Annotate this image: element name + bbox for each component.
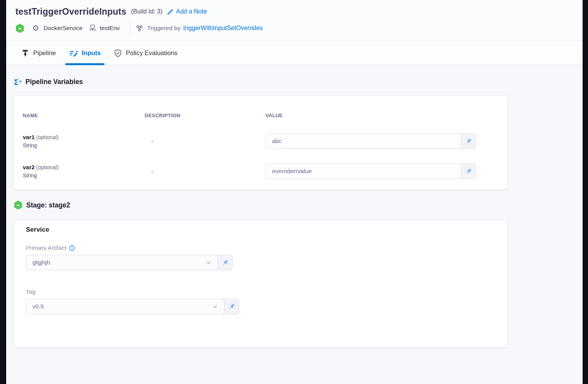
pin-button[interactable]	[218, 255, 232, 270]
primary-artifact-label-row: Primary Artifact	[26, 244, 507, 251]
meta-row: ∞ ⚙ DockerService testEnv Triggered by t…	[15, 22, 583, 34]
pin-button[interactable]	[461, 164, 476, 179]
section-title: Stage: stage2	[26, 201, 70, 209]
build-id-label: (Build Id: 3)	[131, 8, 162, 15]
variable-type: String	[23, 172, 145, 179]
variable-optional-label: (optional)	[36, 134, 59, 140]
pipeline-variables-icon: Σ×	[14, 78, 22, 86]
variable-description: -	[145, 138, 265, 145]
pin-button[interactable]	[225, 299, 239, 314]
add-note-button[interactable]: Add a Note	[167, 8, 207, 15]
pushpin-icon	[465, 138, 472, 145]
variable-type: String	[23, 142, 145, 148]
chevron-down-icon	[206, 260, 211, 266]
tab-bar: Pipeline Inputs Policy Evaluations	[6, 41, 583, 65]
tag-label-row: Tag	[26, 288, 507, 295]
pencil-icon	[167, 8, 174, 15]
variable-name-cell: var1 (optional) String	[23, 134, 145, 148]
svg-text:∞: ∞	[17, 203, 20, 207]
primary-artifact-select[interactable]: gfgjhjh	[26, 255, 218, 270]
gear-icon: ⚙	[32, 24, 39, 32]
tag-label: Tag	[26, 288, 35, 295]
trigger-link[interactable]: triggerWithInputSetOverrides	[183, 25, 263, 32]
screen: testTriggerOverrideInputs (Build Id: 3) …	[0, 0, 588, 384]
table-row: var2 (optional) String - overridenValue	[23, 163, 475, 179]
page-header: testTriggerOverrideInputs (Build Id: 3) …	[6, 0, 583, 41]
input-value-text: overridenValue	[272, 168, 455, 175]
variable-optional-label: (optional)	[36, 164, 59, 170]
variable-description: -	[145, 168, 265, 175]
column-header-name: NAME	[23, 113, 145, 118]
tab-policy-evaluations[interactable]: Policy Evaluations	[114, 41, 177, 65]
environment-name: testEnv	[100, 25, 120, 32]
add-note-label: Add a Note	[176, 8, 207, 15]
tab-label: Inputs	[82, 49, 101, 57]
pipeline-variables-card: NAME DESCRIPTION VALUE var1 (optional) S…	[13, 95, 508, 190]
triggered-by-label: Triggered by	[147, 25, 180, 32]
meta-divider	[130, 22, 130, 35]
active-tab-indicator	[65, 63, 105, 65]
trigger-icon	[135, 24, 144, 32]
pipeline-icon	[21, 49, 29, 57]
variable-name-cell: var2 (optional) String	[23, 164, 145, 179]
variable-value-input-group: abc	[265, 133, 476, 149]
right-dark-edge	[583, 0, 588, 384]
inputs-tab-content: Σ× Pipeline Variables NAME DESCRIPTION V…	[6, 65, 583, 348]
tab-inputs[interactable]: Inputs	[69, 41, 101, 65]
left-dark-edge	[0, 0, 6, 384]
title-row: testTriggerOverrideInputs (Build Id: 3) …	[15, 5, 583, 18]
svg-text:∞: ∞	[18, 25, 22, 31]
environment-icon	[89, 24, 96, 32]
stage-service-card: Service Primary Artifact gfgjhjh	[13, 220, 508, 348]
variable-value-input[interactable]: overridenValue	[266, 164, 461, 179]
chevron-down-icon	[212, 304, 218, 310]
column-header-value: VALUE	[265, 113, 475, 118]
shield-check-icon	[114, 49, 122, 57]
tab-pipeline[interactable]: Pipeline	[21, 41, 56, 65]
tag-select-group: v0.5	[26, 299, 239, 314]
pushpin-icon	[222, 259, 228, 266]
primary-artifact-select-group: gfgjhjh	[26, 255, 233, 270]
pin-button[interactable]	[461, 134, 476, 148]
execution-page: testTriggerOverrideInputs (Build Id: 3) …	[6, 0, 583, 384]
column-header-description: DESCRIPTION	[145, 113, 265, 118]
variable-value-input-group: overridenValue	[265, 163, 476, 179]
tag-select[interactable]: v0.5	[26, 299, 225, 314]
tab-label: Pipeline	[33, 49, 56, 57]
pipeline-variables-heading: Σ× Pipeline Variables	[14, 78, 583, 86]
pushpin-icon	[228, 303, 235, 310]
variable-name: var1	[23, 134, 35, 140]
select-value-text: gfgjhjh	[32, 259, 203, 266]
input-value-text: abc	[272, 138, 455, 145]
service-section-title: Service	[26, 226, 507, 234]
service-name: DockerService	[44, 25, 83, 32]
table-row: var1 (optional) String - abc	[23, 133, 475, 149]
page-title: testTriggerOverrideInputs	[15, 7, 126, 17]
cd-module-icon: ∞	[15, 24, 24, 33]
stage-hexagon-icon: ∞	[14, 200, 22, 210]
pushpin-icon	[465, 168, 472, 175]
variable-name: var2	[23, 164, 35, 170]
info-icon[interactable]	[69, 245, 75, 251]
variable-value-input[interactable]: abc	[266, 134, 461, 148]
section-title: Pipeline Variables	[25, 78, 83, 86]
tab-label: Policy Evaluations	[126, 49, 177, 57]
stage-heading: ∞ Stage: stage2	[14, 200, 583, 210]
select-value-text: v0.5	[32, 303, 209, 310]
inputs-icon	[69, 49, 78, 57]
variables-table-header: NAME DESCRIPTION VALUE	[23, 113, 475, 118]
primary-artifact-label: Primary Artifact	[26, 244, 66, 251]
